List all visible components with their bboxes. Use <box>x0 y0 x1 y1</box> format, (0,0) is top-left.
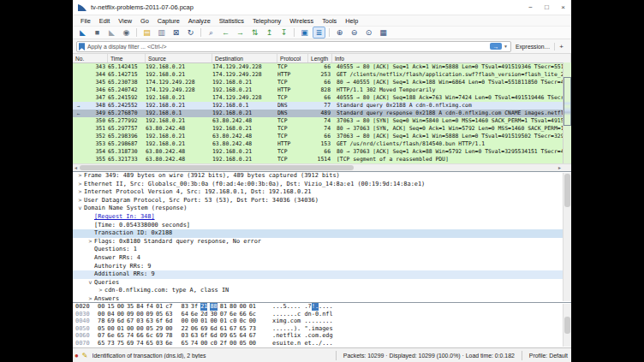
capture-comment-icon[interactable]: ✎ <box>82 352 88 359</box>
reload-file-icon[interactable]: ↻ <box>184 27 197 39</box>
packet-row[interactable]: 34465.142715192.168.0.21174.129.249.228H… <box>73 71 571 79</box>
column-header-time[interactable]: Time <box>108 54 146 62</box>
expander-closed-icon[interactable]: > <box>76 188 84 197</box>
expander-closed-icon[interactable]: > <box>97 287 104 295</box>
status-profile[interactable]: Profile: Default <box>526 353 571 359</box>
packet-list-scrollbar[interactable] <box>563 62 571 164</box>
menu-item-help[interactable]: Help <box>341 17 362 25</box>
scrollbar-thumb[interactable] <box>564 77 571 126</box>
detail-line[interactable]: >Flags: 0x8180 Standard query response, … <box>73 238 571 246</box>
detail-line[interactable]: >Answers <box>73 295 571 303</box>
hex-row[interactable]: 0070657375697465036e657400c02f000500esui… <box>73 340 571 347</box>
menu-item-statistics[interactable]: Statistics <box>215 17 248 25</box>
packet-row[interactable]: 34365.142415192.168.0.21174.129.249.228T… <box>73 63 571 71</box>
column-header-no[interactable]: No. <box>73 54 108 62</box>
expander-closed-icon[interactable]: > <box>86 295 94 303</box>
detail-line[interactable]: Questions: 1 <box>73 246 571 254</box>
packet-row[interactable]: 35165.29775763.80.242.48192.168.0.21TCP7… <box>73 125 571 133</box>
hex-row[interactable]: 00300004000900090563646e2d30076e666c....… <box>73 311 571 318</box>
detail-scrollbar-thumb[interactable] <box>564 174 570 207</box>
add-filter-button[interactable]: + <box>554 43 568 50</box>
detail-line[interactable]: Transaction ID: 0x2188 <box>73 229 571 238</box>
expander-open-icon[interactable]: v <box>86 279 94 288</box>
detail-line[interactable]: Additional RRs: 9 <box>73 270 571 279</box>
packet-row[interactable]: 35065.277992192.168.0.2163.80.242.48TCP7… <box>73 117 571 125</box>
hscroll-thumb[interactable] <box>80 165 354 170</box>
detail-line[interactable]: [Request In: 348] <box>73 213 571 222</box>
packet-row[interactable]: 35265.298396192.168.0.2163.80.242.48TCP6… <box>73 133 571 140</box>
expression-button[interactable]: Expression… <box>511 44 554 50</box>
packet-row[interactable]: 34765.241592192.168.0.21174.129.249.228T… <box>73 94 571 102</box>
colorize-icon[interactable]: ≣ <box>313 27 325 39</box>
hscroll-right-icon[interactable]: ► <box>558 164 562 171</box>
column-header-info[interactable]: Info <box>332 54 571 62</box>
expander-closed-icon[interactable]: > <box>76 172 84 181</box>
filter-bookmark-icon[interactable] <box>79 43 85 50</box>
auto-scroll-icon[interactable]: ▣ <box>298 27 311 39</box>
detail-line[interactable]: Answer RRs: 4 <box>73 254 571 263</box>
menu-item-file[interactable]: File <box>76 17 95 25</box>
column-header-protocol[interactable]: Protocol <box>277 54 308 62</box>
menu-item-go[interactable]: Go <box>136 17 153 25</box>
packet-row[interactable]: 35565.32173363.80.242.48192.168.0.21TCP1… <box>73 156 571 163</box>
packet-row[interactable]: 35365.298687192.168.0.2163.80.242.48HTTP… <box>73 140 571 148</box>
capture-options-icon[interactable]: ◉ <box>120 27 133 39</box>
menu-item-tools[interactable]: Tools <box>318 17 341 25</box>
detail-line[interactable]: vQueries <box>73 279 571 288</box>
hex-row[interactable]: 0060076e6574666c697803636f6d09656467.net… <box>73 332 571 340</box>
last-packet-icon[interactable]: ↧ <box>277 27 290 39</box>
expander-closed-icon[interactable]: > <box>76 197 84 205</box>
detail-line[interactable]: [Time: 0.054338000 seconds] <box>73 222 571 230</box>
packet-row[interactable]: 35465.31873063.80.242.48192.168.0.21TCP6… <box>73 148 571 156</box>
hex-row[interactable]: 004078696d6703636f6d0000010001c00c00ximg… <box>73 317 571 325</box>
filter-history-caret-icon[interactable]: ▼ <box>504 44 508 49</box>
go-to-packet-icon[interactable]: ⇅ <box>248 27 261 39</box>
expander-closed-icon[interactable]: > <box>76 181 84 189</box>
expert-info-icon[interactable]: ● <box>75 352 79 359</box>
detail-line[interactable]: >Ethernet II, Src: Globalsc_00:3b:0a (f0… <box>73 181 571 189</box>
detail-line[interactable]: >Internet Protocol Version 4, Src: 192.1… <box>73 188 571 197</box>
detail-line[interactable]: >User Datagram Protocol, Src Port: 53 (5… <box>73 197 571 205</box>
packet-row[interactable]: 34665.240742174.129.249.228192.168.0.21H… <box>73 86 571 94</box>
menu-item-capture[interactable]: Capture <box>153 17 184 25</box>
detail-line[interactable]: >Frame 349: 489 bytes on wire (3912 bits… <box>73 172 571 181</box>
detail-scrollbar[interactable] <box>563 173 571 301</box>
go-forward-icon[interactable]: → <box>234 27 247 39</box>
zoom-in-icon[interactable]: ⊕ <box>333 27 346 39</box>
bytes-scrollbar-thumb[interactable] <box>564 317 570 334</box>
detail-line[interactable]: vDomain Name System (response) <box>73 205 571 213</box>
packet-list-hscrollbar[interactable]: ◄ ► <box>73 163 571 171</box>
packet-row[interactable]: →34865.242552192.168.0.21192.168.0.1DNS7… <box>73 102 571 110</box>
apply-filter-button[interactable]: → <box>490 43 502 50</box>
close-file-icon[interactable]: ⊠ <box>170 27 182 39</box>
open-file-icon[interactable]: ▤ <box>140 27 153 39</box>
close-button[interactable]: × <box>555 1 571 15</box>
expander-open-icon[interactable]: v <box>76 205 84 213</box>
column-header-length[interactable]: Length <box>308 54 332 62</box>
go-back-icon[interactable]: ← <box>219 27 232 39</box>
stop-capture-icon[interactable]: ■ <box>91 27 104 39</box>
menu-item-edit[interactable]: Edit <box>95 17 115 25</box>
menu-item-analyze[interactable]: Analyze <box>184 17 215 25</box>
packet-row[interactable]: 34565.230738174.129.249.228192.168.0.21T… <box>73 79 571 86</box>
column-header-source[interactable]: Source <box>146 54 212 62</box>
hex-row[interactable]: 005005000100000529002206696d61676573....… <box>73 325 571 333</box>
menu-item-telephony[interactable]: Telephony <box>248 17 285 25</box>
restart-capture-icon[interactable]: ◣ <box>105 27 118 39</box>
hscroll-left-icon[interactable]: ◄ <box>74 164 78 171</box>
column-header-destination[interactable]: Destination <box>212 54 277 62</box>
display-filter-input[interactable]: Apply a display filter ... <Ctrl-/> → ▼ <box>76 41 511 52</box>
maximize-button[interactable]: □ <box>539 1 555 15</box>
resize-columns-icon[interactable]: ▦ <box>377 27 390 39</box>
expander-closed-icon[interactable]: > <box>86 238 94 246</box>
zoom-out-icon[interactable]: ⊖ <box>348 27 361 39</box>
first-packet-icon[interactable]: ↥ <box>263 27 276 39</box>
save-file-icon[interactable]: ▥ <box>155 27 168 39</box>
packet-row[interactable]: ←34965.276870192.168.0.1192.168.0.21DNS4… <box>73 110 571 117</box>
minimize-button[interactable]: − <box>522 1 539 15</box>
menu-item-view[interactable]: View <box>114 17 136 25</box>
bytes-scrollbar[interactable] <box>563 304 571 347</box>
detail-line[interactable]: Authority RRs: 9 <box>73 263 571 271</box>
hex-row[interactable]: 00200015003584f401c7833f218881800001...5… <box>73 303 571 311</box>
zoom-reset-icon[interactable]: ⊙ <box>362 27 375 39</box>
